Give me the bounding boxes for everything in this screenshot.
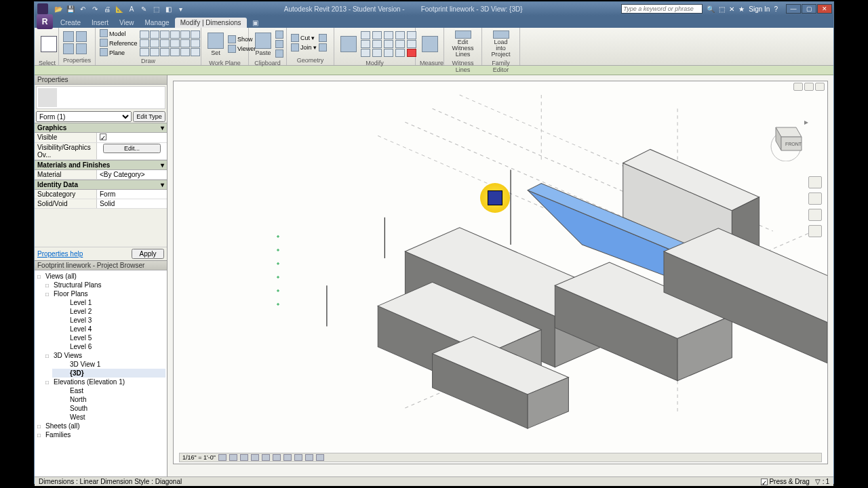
tree-elev-south[interactable]: South (52, 404, 165, 413)
qat-measure-icon[interactable]: 📐 (115, 4, 124, 14)
tree-sheets[interactable]: Sheets (all) (36, 422, 165, 430)
tree-elevations[interactable]: Elevations (Elevation 1) (44, 378, 165, 386)
favorite-icon[interactable]: ★ (738, 5, 745, 13)
properties-help-link[interactable]: Properties help (37, 250, 83, 258)
project-browser[interactable]: Views (all) Structural Plans Floor Plans… (35, 270, 167, 476)
viewport-3d[interactable]: ⬥⬥⬥ ⬥⬥⬥ (167, 75, 833, 476)
doc-max-icon[interactable] (804, 83, 814, 91)
qat-dim-icon[interactable]: A (127, 4, 136, 14)
rendering-icon[interactable] (262, 454, 270, 461)
application-menu-button[interactable]: R (37, 14, 53, 29)
crop-icon[interactable] (273, 454, 281, 461)
copy-clipboard-icon[interactable] (275, 40, 283, 48)
help-icon[interactable]: ? (774, 5, 778, 13)
set-workplane-button[interactable]: Set (205, 29, 226, 59)
zoom-icon[interactable] (808, 209, 822, 221)
minimize-button[interactable]: — (786, 4, 801, 14)
properties-icon[interactable] (63, 31, 74, 42)
tree-3dviews[interactable]: 3D Views (44, 351, 165, 360)
reference-plane-button[interactable]: Plane (100, 48, 138, 57)
type-properties-icon[interactable] (63, 43, 74, 54)
reference-line-button[interactable]: Reference (100, 39, 138, 47)
signin-link[interactable]: Sign In (749, 5, 770, 13)
modify-select-button[interactable] (39, 29, 59, 59)
shadows-icon[interactable] (251, 454, 259, 461)
reveal-hidden-icon[interactable] (316, 454, 324, 461)
tab-view[interactable]: View (114, 18, 140, 28)
tab-modify-dimensions[interactable]: Modify | Dimensions (175, 18, 247, 28)
qat-redo-icon[interactable]: ↷ (90, 4, 100, 14)
model-canvas[interactable]: ⬥⬥⬥ ⬥⬥⬥ (174, 81, 827, 462)
qat-3d-icon[interactable]: ⬚ (151, 4, 161, 14)
tree-views[interactable]: Views (all) (36, 272, 165, 281)
temp-hide-icon[interactable] (305, 454, 313, 461)
tree-level1[interactable]: Level 1 (52, 298, 165, 307)
move-button[interactable] (338, 29, 359, 59)
tree-3d-current[interactable]: {3D} (52, 369, 165, 378)
orbit-icon[interactable] (808, 225, 822, 237)
qat-save-icon[interactable]: 💾 (66, 4, 75, 14)
tree-level5[interactable]: Level 5 (52, 333, 165, 342)
qat-open-icon[interactable]: 📂 (54, 4, 63, 14)
tab-finish-icon[interactable]: ▣ (247, 18, 264, 28)
doc-min-icon[interactable] (793, 83, 803, 91)
tree-elev-west[interactable]: West (52, 413, 165, 422)
tab-manage[interactable]: Manage (140, 18, 175, 28)
selection-filter[interactable]: ▽ :1 (815, 478, 829, 485)
search-icon[interactable]: 🔍 (707, 5, 715, 13)
family-types-icon[interactable] (76, 31, 87, 42)
cut-geom-button[interactable]: Cut ▾ (291, 34, 317, 43)
paste-button[interactable]: Paste (253, 29, 273, 59)
tree-families[interactable]: Families (36, 430, 165, 439)
tree-level4[interactable]: Level 4 (52, 325, 165, 333)
tree-structural[interactable]: Structural Plans (44, 281, 165, 289)
close-button[interactable]: ✕ (817, 4, 832, 14)
measure-button[interactable] (420, 29, 440, 59)
lock-3d-icon[interactable] (294, 454, 302, 461)
maximize-button[interactable]: ▢ (802, 4, 816, 14)
edit-type-button[interactable]: Edit Type (133, 111, 165, 122)
edit-witness-button[interactable]: Edit Witness Lines (448, 29, 477, 59)
prop-visgr-value[interactable]: Edit... (97, 143, 167, 159)
prop-material-value[interactable]: <By Category> (97, 170, 167, 179)
qat-sheet-icon[interactable]: ▾ (176, 4, 185, 14)
steering-wheel-icon[interactable] (808, 176, 822, 188)
qat-text-icon[interactable]: ✎ (139, 4, 149, 14)
qat-print-icon[interactable]: 🖨 (102, 4, 112, 14)
pan-icon[interactable] (808, 192, 822, 205)
crop-region-icon[interactable] (283, 454, 292, 461)
qat-undo-icon[interactable]: ↶ (78, 4, 87, 14)
tab-insert[interactable]: Insert (86, 18, 114, 28)
qat-section-icon[interactable]: ◧ (163, 4, 173, 14)
match-icon[interactable] (275, 49, 283, 58)
tree-level3[interactable]: Level 3 (52, 316, 165, 325)
draw-tool-grid[interactable] (140, 30, 200, 56)
cut-clipboard-icon[interactable] (275, 30, 283, 39)
tree-elev-east[interactable]: East (52, 386, 165, 395)
join-geom-button[interactable]: Join ▾ (291, 43, 317, 52)
apply-button[interactable]: Apply (132, 249, 164, 259)
void-icon[interactable] (319, 34, 327, 42)
visual-style-icon[interactable] (229, 454, 237, 461)
type-selector[interactable]: Form (1) (36, 111, 132, 122)
press-drag-toggle[interactable]: ✓Press & Drag (761, 478, 809, 485)
section-identity[interactable]: Identity Data▾ (35, 180, 167, 190)
scale-display[interactable]: 1/16" = 1'-0" (182, 454, 216, 461)
search-input[interactable] (621, 4, 703, 14)
modify-tool-grid[interactable] (361, 31, 418, 57)
drag-grip-icon[interactable] (488, 190, 502, 205)
doc-close-icon[interactable] (815, 83, 825, 91)
split-icon[interactable] (319, 43, 327, 52)
section-materials[interactable]: Materials and Finishes▾ (35, 160, 167, 170)
tab-create[interactable]: Create (55, 18, 86, 28)
model-line-button[interactable]: Model (100, 29, 138, 38)
section-graphics[interactable]: Graphics▾ (35, 123, 167, 133)
project-units-icon[interactable] (76, 43, 87, 54)
prop-visible-value[interactable]: ✓ (97, 133, 167, 142)
prop-subcat-value[interactable]: Form (97, 190, 167, 199)
prop-solidvoid-value[interactable]: Solid (97, 199, 167, 208)
sun-path-icon[interactable] (240, 454, 248, 461)
detail-level-icon[interactable] (218, 454, 226, 461)
exchange-icon[interactable]: ✕ (729, 5, 734, 13)
view-cube[interactable]: FRONT (762, 114, 810, 161)
